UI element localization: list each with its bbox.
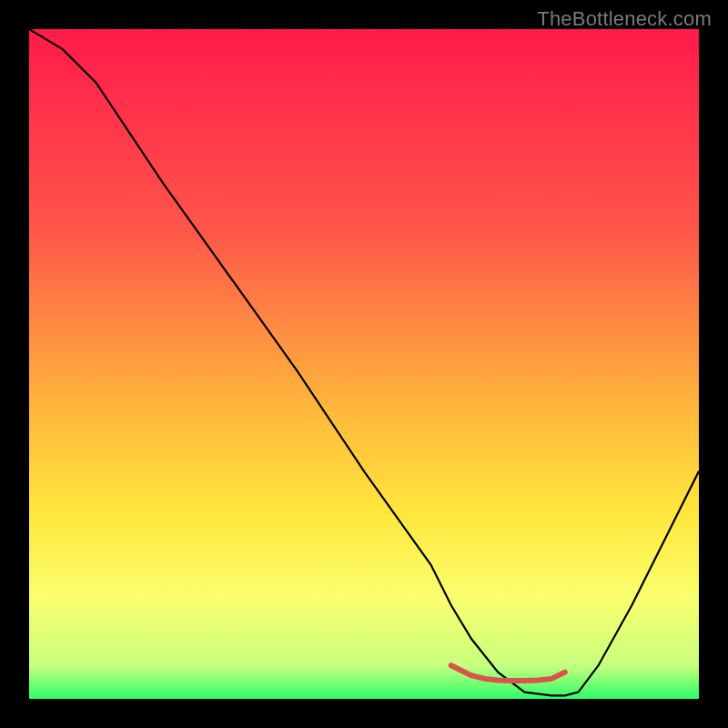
- plot-area: [29, 29, 699, 699]
- bottleneck-curve: [29, 29, 699, 695]
- optimal-range-marker: [451, 665, 565, 681]
- watermark-text: TheBottleneck.com: [537, 7, 712, 31]
- chart-curves: [29, 29, 699, 699]
